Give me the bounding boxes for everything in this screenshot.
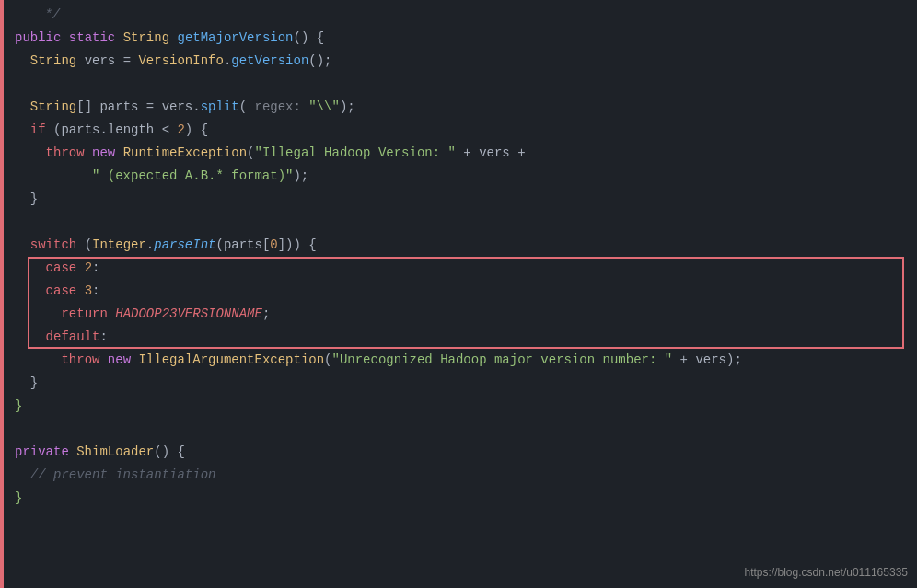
code-line: throw new RuntimeException("Illegal Hado… [0, 142, 917, 165]
code-line: throw new IllegalArgumentException("Unre… [0, 349, 917, 372]
line-text: } [15, 188, 38, 211]
code-line: case 2: [0, 257, 917, 280]
line-text: public static String getMajorVersion() { [15, 27, 324, 50]
code-line [0, 211, 917, 234]
code-block: */ public static String getMajorVersion(… [0, 0, 917, 513]
code-line: case 3: [0, 280, 917, 303]
highlighted-region: case 2: case 3: return HADOOP23VERSIONNA… [0, 257, 917, 349]
line-text: // prevent instantiation [15, 464, 215, 487]
code-container: */ public static String getMajorVersion(… [0, 0, 917, 588]
line-text: switch (Integer.parseInt(parts[0])) { [15, 234, 317, 257]
code-line: String vers = VersionInfo.getVersion(); [0, 50, 917, 73]
line-text: throw new IllegalArgumentException("Unre… [15, 349, 742, 372]
line-text: default: [15, 326, 108, 349]
line-text: private ShimLoader() { [15, 441, 185, 464]
line-text [15, 73, 22, 96]
line-text: return HADOOP23VERSIONNAME; [15, 303, 270, 326]
code-line: } [0, 188, 917, 211]
line-text: */ [37, 4, 60, 27]
code-line: } [0, 395, 917, 418]
line-text: " (expected A.B.* format)"); [15, 165, 308, 188]
line-text: } [15, 487, 22, 510]
code-line: if (parts.length < 2) { [0, 119, 917, 142]
code-line: default: [0, 326, 917, 349]
code-line [0, 418, 917, 441]
line-text: } [15, 372, 38, 395]
line-text: if (parts.length < 2) { [15, 119, 208, 142]
code-line: } [0, 487, 917, 510]
code-line [0, 73, 917, 96]
code-line: String[] parts = vers.split( regex: "\\"… [0, 96, 917, 119]
code-line: public static String getMajorVersion() { [0, 27, 917, 50]
line-text: } [15, 395, 22, 418]
line-text: case 2: [15, 257, 99, 280]
line-text [15, 211, 22, 234]
line-text [15, 418, 22, 441]
code-line: private ShimLoader() { [0, 441, 917, 464]
code-line: return HADOOP23VERSIONNAME; [0, 303, 917, 326]
watermark-text: https://blog.csdn.net/u011165335 [745, 566, 908, 579]
code-line: } [0, 372, 917, 395]
line-text: String vers = VersionInfo.getVersion(); [15, 50, 332, 73]
line-text: case 3: [15, 280, 99, 303]
line-text: throw new RuntimeException("Illegal Hado… [15, 142, 526, 165]
code-line: */ [0, 4, 917, 27]
code-line: // prevent instantiation [0, 464, 917, 487]
line-text: String[] parts = vers.split( regex: "\\"… [15, 96, 355, 119]
code-line: " (expected A.B.* format)"); [0, 165, 917, 188]
code-line: switch (Integer.parseInt(parts[0])) { [0, 234, 917, 257]
